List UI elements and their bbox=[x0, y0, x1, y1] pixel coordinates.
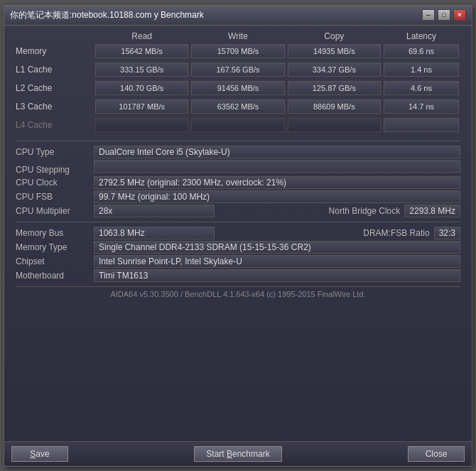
save-button[interactable]: Save bbox=[11, 446, 68, 462]
cpu-fsb-label: CPU FSB bbox=[16, 192, 94, 202]
l3-latency-value: 14.7 ns bbox=[384, 99, 459, 114]
cpu-stepping-value bbox=[94, 160, 460, 173]
row-l2-label: L2 Cache bbox=[16, 83, 94, 93]
l1-write-value: 167.56 GB/s bbox=[191, 63, 284, 77]
memory-type-value: Single Channel DDR4-2133 SDRAM (15-15-15… bbox=[94, 241, 460, 254]
benchmark-start: Start bbox=[206, 449, 227, 459]
table-row: L4 Cache bbox=[16, 118, 460, 132]
memory-type-row: Memory Type Single Channel DDR4-2133 SDR… bbox=[16, 241, 460, 254]
table-row: L1 Cache 333.15 GB/s 167.56 GB/s 334.37 … bbox=[16, 63, 460, 77]
col-copy: Copy bbox=[286, 31, 382, 41]
cpu-multiplier-row: CPU Multiplier 28x North Bridge Clock 22… bbox=[16, 205, 460, 217]
col-write: Write bbox=[190, 31, 286, 41]
cpu-clock-label: CPU Clock bbox=[16, 178, 94, 188]
l4-latency-value bbox=[384, 118, 459, 132]
memory-latency-value: 69.6 ns bbox=[384, 44, 459, 58]
table-header: Read Write Copy Latency bbox=[16, 31, 460, 41]
motherboard-value: Timi TM1613 bbox=[94, 269, 460, 282]
col-label bbox=[16, 31, 94, 41]
l4-read-value bbox=[95, 118, 188, 132]
maximize-button[interactable]: □ bbox=[438, 9, 450, 21]
north-bridge-label: North Bridge Clock bbox=[329, 206, 405, 216]
row-l3-label: L3 Cache bbox=[16, 102, 94, 112]
table-row: L3 Cache 101787 MB/s 63562 MB/s 88609 MB… bbox=[16, 99, 460, 114]
l3-read-value: 101787 MB/s bbox=[95, 99, 188, 114]
cpu-fsb-value: 99.7 MHz (original: 100 MHz) bbox=[94, 190, 460, 203]
l3-copy-value: 88609 MB/s bbox=[288, 99, 381, 114]
title-bar-buttons: ─ □ ✕ bbox=[422, 9, 466, 21]
l2-read-value: 140.70 GB/s bbox=[95, 81, 188, 95]
row-l1-label: L1 Cache bbox=[16, 65, 94, 75]
l4-write-value bbox=[191, 118, 284, 132]
close-button[interactable]: Close bbox=[408, 446, 465, 462]
info-section: CPU Type DualCore Intel Core i5 (Skylake… bbox=[16, 146, 460, 283]
divider-2 bbox=[16, 222, 460, 222]
benchmark-underline: B bbox=[227, 449, 232, 459]
cpu-multiplier-label: CPU Multiplier bbox=[16, 206, 94, 216]
north-bridge-value: 2293.8 MHz bbox=[404, 205, 460, 217]
dram-fsb-label: DRAM:FSB Ratio bbox=[363, 228, 433, 238]
table-row: L2 Cache 140.70 GB/s 91456 MB/s 125.87 G… bbox=[16, 81, 460, 95]
cpu-stepping-label: CPU Stepping bbox=[16, 165, 94, 175]
cpu-type-value: DualCore Intel Core i5 (Skylake-U) bbox=[94, 146, 460, 158]
chipset-label: Chipset bbox=[16, 256, 94, 266]
l2-latency-value: 4.6 ns bbox=[384, 81, 459, 95]
cpu-clock-value: 2792.5 MHz (original: 2300 MHz, overcloc… bbox=[94, 176, 460, 189]
chipset-row: Chipset Intel Sunrise Point-LP, Intel Sk… bbox=[16, 255, 460, 268]
cpu-multiplier-value: 28x bbox=[94, 205, 215, 217]
title-bar-text: 你的笔记本频道:notebook.10188.com y Benchmark bbox=[10, 9, 422, 21]
memory-read-value: 15642 MB/s bbox=[95, 44, 188, 58]
row-l4-label: L4 Cache bbox=[16, 120, 94, 130]
l2-write-value: 91456 MB/s bbox=[191, 81, 284, 95]
minimize-button[interactable]: ─ bbox=[422, 9, 435, 21]
benchmark-table: Read Write Copy Latency Memory 15642 MB/… bbox=[16, 31, 460, 136]
cpu-type-row: CPU Type DualCore Intel Core i5 (Skylake… bbox=[16, 146, 460, 158]
memory-type-label: Memory Type bbox=[16, 242, 94, 252]
cpu-stepping-row: CPU Stepping bbox=[16, 160, 460, 175]
col-latency: Latency bbox=[382, 31, 460, 41]
l1-read-value: 333.15 GB/s bbox=[95, 63, 188, 77]
l1-copy-value: 334.37 GB/s bbox=[288, 63, 381, 77]
main-window: 你的笔记本频道:notebook.10188.com y Benchmark ─… bbox=[4, 5, 472, 467]
memory-copy-value: 14935 MB/s bbox=[288, 44, 381, 58]
memory-bus-value: 1063.8 MHz bbox=[94, 227, 215, 239]
dram-fsb-value: 32:3 bbox=[434, 227, 460, 239]
benchmark-rest: enchmark bbox=[232, 449, 270, 459]
l2-copy-value: 125.87 GB/s bbox=[288, 81, 381, 95]
cpu-type-label: CPU Type bbox=[16, 147, 94, 157]
title-bar: 你的笔记本频道:notebook.10188.com y Benchmark ─… bbox=[4, 6, 472, 26]
chipset-value: Intel Sunrise Point-LP, Intel Skylake-U bbox=[94, 255, 460, 268]
memory-bus-row: Memory Bus 1063.8 MHz DRAM:FSB Ratio 32:… bbox=[16, 227, 460, 239]
start-benchmark-button[interactable]: Start Benchmark bbox=[194, 446, 281, 462]
divider-1 bbox=[16, 141, 460, 141]
col-read: Read bbox=[94, 31, 190, 41]
motherboard-label: Motherboard bbox=[16, 271, 94, 281]
l4-copy-value bbox=[288, 118, 381, 132]
motherboard-row: Motherboard Timi TM1613 bbox=[16, 269, 460, 282]
memory-write-value: 15709 MB/s bbox=[191, 44, 284, 58]
cpu-clock-row: CPU Clock 2792.5 MHz (original: 2300 MHz… bbox=[16, 176, 460, 189]
content-area: Read Write Copy Latency Memory 15642 MB/… bbox=[4, 26, 472, 441]
memory-bus-label: Memory Bus bbox=[16, 228, 94, 238]
row-memory-label: Memory bbox=[16, 46, 94, 56]
table-row: Memory 15642 MB/s 15709 MB/s 14935 MB/s … bbox=[16, 44, 460, 58]
l3-write-value: 63562 MB/s bbox=[191, 99, 284, 114]
footer-text: AIDA64 v5.30.3500 / BenchDLL 4.1.643-x64… bbox=[16, 286, 460, 298]
l1-latency-value: 1.4 ns bbox=[384, 63, 459, 77]
cpu-fsb-row: CPU FSB 99.7 MHz (original: 100 MHz) bbox=[16, 190, 460, 203]
save-rest: ave bbox=[36, 449, 49, 459]
close-window-button[interactable]: ✕ bbox=[453, 9, 466, 21]
bottom-bar: Save Start Benchmark Close bbox=[4, 441, 472, 466]
